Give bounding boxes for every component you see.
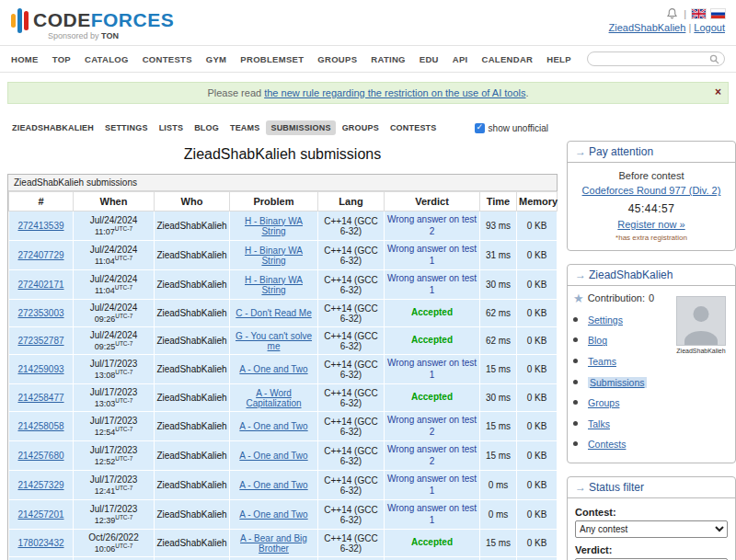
submission-author-link[interactable]: ZieadShabKalieh: [156, 280, 226, 290]
verdict-text[interactable]: Wrong answer on test 2: [386, 415, 477, 438]
announcement-link[interactable]: the new rule regarding the restriction o…: [264, 87, 525, 98]
submission-author-link[interactable]: ZieadShabKalieh: [156, 451, 226, 461]
verdict-text[interactable]: Accepted: [411, 307, 453, 319]
nav-item[interactable]: CONTESTS: [143, 54, 192, 64]
subnav-item[interactable]: CONTESTS: [385, 120, 442, 135]
subnav-item[interactable]: LISTS: [155, 120, 189, 135]
notification-bell-icon[interactable]: [666, 7, 678, 19]
problem-link[interactable]: A - Word Capitalization: [246, 388, 301, 408]
english-flag-icon[interactable]: [692, 9, 706, 18]
submission-author-link[interactable]: ZieadShabKalieh: [156, 336, 226, 346]
verdict-text[interactable]: Wrong answer on test 1: [386, 358, 477, 381]
problem-link[interactable]: A - One and Two: [239, 421, 307, 431]
problem-link[interactable]: A - One and Two: [239, 451, 307, 461]
submission-id-link[interactable]: 272353003: [17, 308, 63, 318]
submission-author-link[interactable]: ZieadShabKalieh: [156, 509, 226, 520]
russian-flag-icon[interactable]: [711, 9, 725, 18]
verdict-text[interactable]: Wrong answer on test 1: [386, 503, 477, 526]
user-link[interactable]: Submissions: [588, 377, 647, 388]
user-link[interactable]: Groups: [588, 397, 619, 408]
nav-item[interactable]: RATING: [371, 54, 406, 64]
submission-author-link[interactable]: ZieadShabKalieh: [156, 250, 226, 260]
submission-id-link[interactable]: 272402171: [17, 280, 63, 290]
search-input[interactable]: [596, 56, 708, 68]
submission-id-link[interactable]: 214257201: [17, 509, 63, 520]
contest-link[interactable]: Codeforces Round 977 (Div. 2): [573, 184, 730, 198]
submission-id-link[interactable]: 214259093: [17, 364, 63, 374]
submission-id-link[interactable]: 214258058: [17, 421, 63, 431]
problem-link[interactable]: H - Binary WA String: [245, 275, 303, 295]
submission-id-link[interactable]: 214258477: [17, 393, 63, 403]
nav-item[interactable]: CALENDAR: [482, 54, 534, 64]
submission-exec-time: 30 ms: [480, 270, 517, 300]
problem-link[interactable]: A - One and Two: [239, 509, 307, 520]
subnav-item[interactable]: SUBMISSIONS: [266, 120, 335, 135]
status-filter-title[interactable]: Status filter: [589, 481, 644, 494]
nav-item[interactable]: API: [453, 54, 468, 64]
problem-link[interactable]: H - Binary WA String: [245, 246, 303, 266]
user-link[interactable]: Talks: [588, 418, 610, 429]
submission-date: Jul/24/2024: [75, 245, 152, 255]
subnav-item[interactable]: SETTINGS: [100, 120, 153, 135]
nav-item[interactable]: HOME: [11, 54, 39, 64]
problem-link[interactable]: A - One and Two: [239, 480, 307, 490]
verdict-text[interactable]: Wrong answer on test 1: [386, 474, 477, 497]
verdict-text[interactable]: Wrong answer on test 1: [386, 244, 477, 267]
problem-link[interactable]: C - Don't Read Me: [236, 308, 312, 318]
submission-id-link[interactable]: 214257680: [17, 451, 63, 461]
nav-item[interactable]: TOP: [52, 54, 71, 64]
subnav-item[interactable]: TEAMS: [225, 120, 265, 135]
subnav-item[interactable]: GROUPS: [338, 120, 384, 135]
submission-author-link[interactable]: ZieadShabKalieh: [156, 421, 226, 431]
nav-item[interactable]: PROBLEMSET: [240, 54, 304, 64]
submission-id-link[interactable]: 272413539: [17, 221, 63, 231]
submission-id-link[interactable]: 214257329: [17, 480, 63, 490]
problem-link[interactable]: A - Bear and Big Brother: [240, 533, 307, 554]
submission-author-link[interactable]: ZieadShabKalieh: [156, 480, 226, 490]
submission-author-link[interactable]: ZieadShabKalieh: [156, 364, 226, 374]
problem-link[interactable]: A - One and Two: [239, 364, 307, 374]
user-link[interactable]: Blog: [588, 335, 607, 346]
subnav-item[interactable]: BLOG: [190, 120, 224, 135]
problem-link[interactable]: G - You can't solve me: [236, 331, 312, 351]
search-box[interactable]: [587, 51, 725, 66]
submission-id-link[interactable]: 178023432: [17, 538, 63, 548]
verdict-text[interactable]: Accepted: [411, 335, 453, 347]
user-link[interactable]: Contests: [588, 439, 626, 450]
user-link[interactable]: Teams: [588, 356, 616, 367]
show-unofficial-toggle[interactable]: show unofficial: [475, 123, 548, 133]
submission-author-link[interactable]: ZieadShabKalieh: [156, 221, 226, 231]
submission-author-link[interactable]: ZieadShabKalieh: [156, 393, 226, 403]
subnav-item[interactable]: ZIEADSHABKALIEH: [7, 120, 98, 135]
nav-item[interactable]: GROUPS: [317, 54, 357, 64]
submission-exec-time: 31 ms: [480, 241, 517, 270]
nav-item[interactable]: EDU: [420, 54, 439, 64]
nav-item[interactable]: CATALOG: [85, 54, 129, 64]
nav-item[interactable]: HELP: [546, 54, 571, 64]
avatar[interactable]: [676, 296, 726, 346]
codeforces-logo[interactable]: CODEFORCES: [11, 6, 174, 34]
verdict-text[interactable]: Accepted: [411, 537, 453, 549]
contest-select[interactable]: Any contest: [575, 520, 728, 538]
user-link[interactable]: Settings: [588, 314, 623, 326]
problem-link[interactable]: H - Binary WA String: [245, 216, 303, 236]
sponsored-by-ton-link[interactable]: Sponsored by TON: [48, 31, 174, 40]
verdict-text[interactable]: Accepted: [411, 392, 453, 404]
verdict-text[interactable]: Wrong answer on test 1: [386, 273, 477, 296]
user-box-title-link[interactable]: ZieadShabKalieh: [589, 269, 673, 281]
verdict-text[interactable]: Wrong answer on test 2: [386, 214, 477, 237]
language-row: |: [609, 7, 725, 19]
submission-id-link[interactable]: 272407729: [17, 250, 63, 260]
register-now-link[interactable]: Register now »: [617, 219, 684, 230]
checkbox-checked-icon[interactable]: [475, 123, 485, 133]
submission-id-link[interactable]: 272352787: [17, 336, 63, 346]
logout-link[interactable]: Logout: [694, 22, 725, 33]
verdict-text[interactable]: Wrong answer on test 2: [386, 444, 477, 467]
close-announcement-icon[interactable]: ×: [715, 86, 721, 98]
username-link[interactable]: ZieadShabKalieh: [609, 22, 686, 33]
pay-attention-title[interactable]: Pay attention: [589, 145, 653, 158]
nav-item[interactable]: GYM: [206, 54, 227, 64]
column-header: Lang: [318, 192, 385, 211]
submission-author-link[interactable]: ZieadShabKalieh: [156, 308, 226, 318]
submission-author-link[interactable]: ZieadShabKalieh: [156, 538, 226, 548]
